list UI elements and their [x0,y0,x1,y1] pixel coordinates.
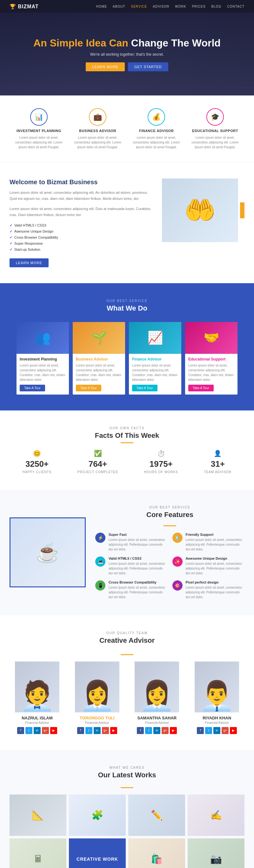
twitter-icon-toronggo[interactable]: t [85,727,93,734]
features-section: 📊 Investment Planning Lorem ipsum dolor … [0,95,254,163]
linkedin-icon-samantha[interactable]: in [153,727,160,734]
googleplus-icon-toronggo[interactable]: g+ [102,727,109,734]
facebook-icon-nazrul[interactable]: f [17,727,24,734]
core-text-superfast: Super Fast Lorem ipsum dolor sit amet, c… [109,533,168,552]
work-item-5[interactable]: 🖩 [9,838,66,868]
nav-service[interactable]: SERVICE [131,5,147,8]
card-btn-business[interactable]: Take A Tour [76,385,101,391]
core-desc-html5: Lorem ipsum dolor sit amet, consectetur … [109,561,168,576]
facts-title: Facts Of This Week [9,431,245,440]
nav-about[interactable]: ABOUT [113,5,125,8]
card-img-educational: 🤝 [185,322,238,354]
advisor-name-nazrul: NAZRUL ISLAM [12,716,63,720]
card-title-investment: Investment Planning [20,357,66,362]
core-item-support: 🛡️ Friendly Support Lorem ipsum dolor si… [172,533,245,552]
feature-educational-support: 🎓 Educational Support Lorem ipsum dolor … [190,108,241,150]
fact-number-team: 31+ [204,459,231,469]
fact-icon-happy: 😊 [23,450,52,457]
feature-investment-planning: 📊 Investment Planning Lorem ipsum dolor … [14,108,65,150]
googleplus-icon-riyadh[interactable]: g+ [222,727,229,734]
logo[interactable]: 🏆 BIZMAT [9,3,39,9]
core-text-unique: Awesome Unique Design Lorem ipsum dolor … [186,557,245,576]
advisors-row: 🧑‍💼 NAZRUL ISLAM Financial Advisor f t i… [9,661,245,734]
card-img-business: 🌱 [73,322,125,354]
learn-more-button[interactable]: Learn More [86,62,125,71]
get-started-button[interactable]: Get Started [128,62,168,71]
advisor-emoji-samantha: 👩‍💼 [139,679,175,712]
work-item-2[interactable]: 🧩 [69,795,126,836]
welcome-image-inner: 🤲 [162,179,238,242]
googleplus-icon-samantha[interactable]: g+ [161,727,169,734]
card-img-finance: 📈 [129,322,181,354]
works-divider [121,787,133,788]
core-desc-superfast: Lorem ipsum dolor sit amet, consectetur … [109,537,168,552]
card-btn-finance[interactable]: Take A Tour [132,385,157,391]
business-advisor-icon: 💼 [89,108,106,126]
fact-icon-projects: ✅ [77,450,118,457]
nav-blog[interactable]: BLOG [212,5,222,8]
service-card-investment: 👥 Investment Planning Lorem ipsum dolor … [16,322,69,395]
card-btn-educational[interactable]: Take A Tour [188,385,214,391]
check-item-2: Awesome Unique Design [9,228,152,235]
nav-advisor[interactable]: ADVISOR [153,5,169,8]
core-content: Our Best Service Core Features ⚡ Super F… [95,505,245,599]
advisor-name-toronggo: TORONGGO TULI [72,716,122,720]
hero-title: An Simple Idea Can Change The World [33,37,221,49]
advisor-emoji-nazrul: 🧑‍💼 [20,679,55,712]
twitter-icon-riyadh[interactable]: t [205,727,212,734]
nav-home[interactable]: HOME [96,5,107,8]
service-card-finance: 📈 Finance Advisor Lorem ipsum dolor sit … [129,322,181,395]
twitter-icon-samantha[interactable]: t [145,727,152,734]
advisor-name-samantha: SAMANTHA SAHAR [132,716,182,720]
core-icon-unique: ✨ [172,557,183,567]
youtube-icon-riyadh[interactable]: ▶ [230,727,237,734]
nav-contact[interactable]: CONTACT [227,5,245,8]
nav-work[interactable]: WORK [175,5,186,8]
fact-hours: ⏱️ 1975+ Hours Of Works [144,450,178,474]
fact-label-projects: Project Completed [77,470,118,474]
card-title-business: Business Advisor [76,357,122,362]
work-item-1[interactable]: 📐 [9,795,66,836]
card-btn-investment[interactable]: Take A Tour [20,385,45,391]
welcome-learn-more-button[interactable]: Learn More [9,258,48,267]
card-body-educational: Educational Support Lorem ipsum dolor si… [185,354,238,395]
core-text-pixel: Pixel perfect design Lorem ipsum dolor s… [186,580,245,599]
core-subtitle: Our Best Service [95,505,245,509]
card-img-investment: 👥 [16,322,69,354]
youtube-icon-toronggo[interactable]: ▶ [110,727,117,734]
advisor-emoji-toronggo: 👩‍💼 [79,679,115,712]
finance-advisor-icon: 💰 [148,108,165,126]
work-item-8[interactable]: 📷 [188,838,245,868]
logo-text: BIZMAT [18,4,38,9]
what-we-do-section: Our Best Service What We Do 👥 Investment… [0,283,254,410]
facebook-icon-toronggo[interactable]: f [77,727,84,734]
linkedin-icon-riyadh[interactable]: in [213,727,220,734]
twitter-icon-nazrul[interactable]: t [26,727,32,734]
feature-finance-advisor: 💰 Finance Advisor Lorem ipsum dolor sit … [131,108,182,150]
work-item-4[interactable]: ✍️ [188,795,245,836]
investment-planning-title: Investment Planning [14,129,65,133]
work-item-creative[interactable]: Creative Work [69,838,126,868]
core-title-support: Friendly Support [186,533,245,536]
facebook-icon-riyadh[interactable]: f [197,727,204,734]
advisor-photo-riyadh: 👨‍💼 [195,661,239,712]
work-item-3[interactable]: ✏️ [128,795,185,836]
core-title-crossbrowser: Cross Browser Compatibility [109,580,168,584]
linkedin-icon-nazrul[interactable]: in [34,727,41,734]
youtube-icon-samantha[interactable]: ▶ [170,727,177,734]
youtube-icon-nazrul[interactable]: ▶ [50,727,57,734]
googleplus-icon-nazrul[interactable]: g+ [42,727,49,734]
linkedin-icon-toronggo[interactable]: in [94,727,101,734]
advisor-emoji-riyadh: 👨‍💼 [199,679,234,712]
fact-projects: ✅ 764+ Project Completed [77,450,118,474]
fact-number-happy: 3250+ [23,459,52,469]
facebook-icon-samantha[interactable]: f [137,727,144,734]
core-divider [164,525,176,526]
welcome-paragraph1: Lorem ipsum dolor sit amet, consectetur … [9,190,152,202]
nav-prices[interactable]: PRICES [192,5,206,8]
advisor-photo-nazrul: 🧑‍💼 [15,661,59,712]
work-item-7[interactable]: 🛍️ [128,838,185,868]
welcome-section: Welcome to Bizmat Business Lorem ipsum d… [0,163,254,283]
fact-label-happy: Happy Clients [23,470,52,474]
card-body-business: Business Advisor Lorem ipsum dolor sit a… [73,354,125,395]
